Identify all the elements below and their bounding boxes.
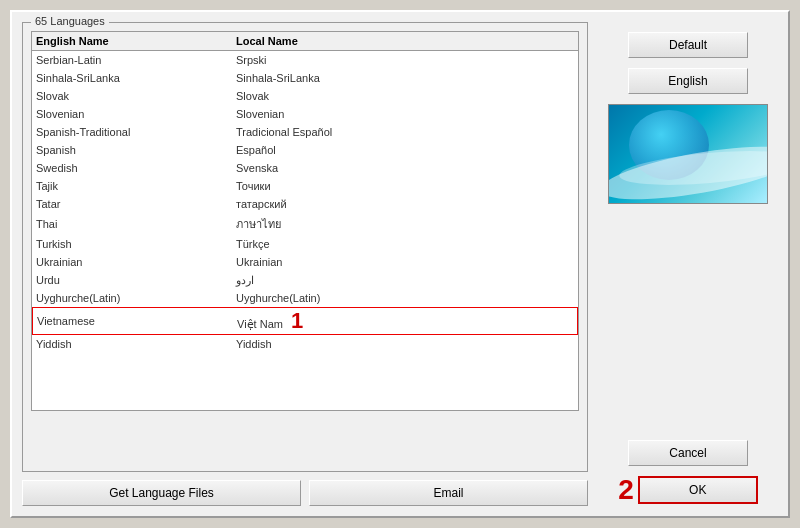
language-local-name: Sinhala-SriLanka xyxy=(236,72,574,84)
cancel-button[interactable]: Cancel xyxy=(628,440,748,466)
left-panel: 65 Languages English Name Local Name Ser… xyxy=(22,22,588,506)
language-local-name: татарский xyxy=(236,198,574,210)
list-item[interactable]: TajikТочики xyxy=(32,177,578,195)
right-panel: Default English Cancel 2 OK xyxy=(598,22,778,506)
language-local-name: Tradicional Español xyxy=(236,126,574,138)
list-item[interactable]: SpanishEspañol xyxy=(32,141,578,159)
language-english-name: Ukrainian xyxy=(36,256,236,268)
language-english-name: Vietnamese xyxy=(37,315,237,327)
language-local-name: Svenska xyxy=(236,162,574,174)
list-item[interactable]: SlovenianSlovenian xyxy=(32,105,578,123)
languages-group: 65 Languages English Name Local Name Ser… xyxy=(22,22,588,472)
number-2-label: 2 xyxy=(618,474,634,506)
language-local-name: Türkçe xyxy=(236,238,574,250)
language-local-name: Slovak xyxy=(236,90,574,102)
list-item[interactable]: SlovakSlovak xyxy=(32,87,578,105)
bottom-buttons: Get Language Files Email xyxy=(22,480,588,506)
list-item[interactable]: Thaiภาษาไทย xyxy=(32,213,578,235)
group-title: 65 Languages xyxy=(31,15,109,27)
language-local-name: Español xyxy=(236,144,574,156)
header-local: Local Name xyxy=(236,35,574,47)
language-english-name: Tajik xyxy=(36,180,236,192)
language-local-name: اردو xyxy=(236,274,574,287)
language-english-name: Slovenian xyxy=(36,108,236,120)
ok-button[interactable]: OK xyxy=(638,476,758,504)
language-english-name: Thai xyxy=(36,218,236,230)
language-local-name: Slovenian xyxy=(236,108,574,120)
list-item[interactable]: SwedishSvenska xyxy=(32,159,578,177)
world-image xyxy=(608,104,768,204)
language-english-name: Swedish xyxy=(36,162,236,174)
language-english-name: Sinhala-SriLanka xyxy=(36,72,236,84)
language-english-name: Spanish xyxy=(36,144,236,156)
list-item[interactable]: Sinhala-SriLankaSinhala-SriLanka xyxy=(32,69,578,87)
email-button[interactable]: Email xyxy=(309,480,588,506)
list-item[interactable]: Uyghurche(Latin)Uyghurche(Latin) xyxy=(32,289,578,307)
header-english: English Name xyxy=(36,35,236,47)
language-local-name: ภาษาไทย xyxy=(236,215,574,233)
list-item[interactable]: Tatarтатарский xyxy=(32,195,578,213)
list-item[interactable]: Serbian-LatinSrpski xyxy=(32,51,578,69)
language-local-name: Srpski xyxy=(236,54,574,66)
list-item[interactable]: Urduاردو xyxy=(32,271,578,289)
language-local-name: Ukrainian xyxy=(236,256,574,268)
language-dialog: 65 Languages English Name Local Name Ser… xyxy=(10,10,790,518)
language-english-name: Slovak xyxy=(36,90,236,102)
number-1-label: 1 xyxy=(291,308,303,333)
list-header: English Name Local Name xyxy=(32,32,578,51)
list-item[interactable]: YiddishYiddish xyxy=(32,335,578,353)
language-list-container: English Name Local Name Serbian-LatinSrp… xyxy=(31,31,579,411)
language-english-name: Turkish xyxy=(36,238,236,250)
english-button[interactable]: English xyxy=(628,68,748,94)
list-item[interactable]: Spanish-TraditionalTradicional Español xyxy=(32,123,578,141)
cancel-ok-area: Cancel 2 OK xyxy=(598,440,778,506)
list-item[interactable]: UkrainianUkrainian xyxy=(32,253,578,271)
language-english-name: Serbian-Latin xyxy=(36,54,236,66)
language-local-name: Uyghurche(Latin) xyxy=(236,292,574,304)
default-button[interactable]: Default xyxy=(628,32,748,58)
language-english-name: Spanish-Traditional xyxy=(36,126,236,138)
language-english-name: Yiddish xyxy=(36,338,236,350)
list-item[interactable]: VietnameseViệt Nam1 xyxy=(32,307,578,335)
ok-area: 2 OK xyxy=(598,474,778,506)
get-language-files-button[interactable]: Get Language Files xyxy=(22,480,301,506)
language-english-name: Urdu xyxy=(36,274,236,286)
language-list-body[interactable]: Serbian-LatinSrpskiSinhala-SriLankaSinha… xyxy=(32,51,578,410)
language-local-name: Yiddish xyxy=(236,338,574,350)
language-local-name: Việt Nam1 xyxy=(237,310,573,332)
language-local-name: Точики xyxy=(236,180,574,192)
list-item[interactable]: TurkishTürkçe xyxy=(32,235,578,253)
language-english-name: Tatar xyxy=(36,198,236,210)
language-english-name: Uyghurche(Latin) xyxy=(36,292,236,304)
